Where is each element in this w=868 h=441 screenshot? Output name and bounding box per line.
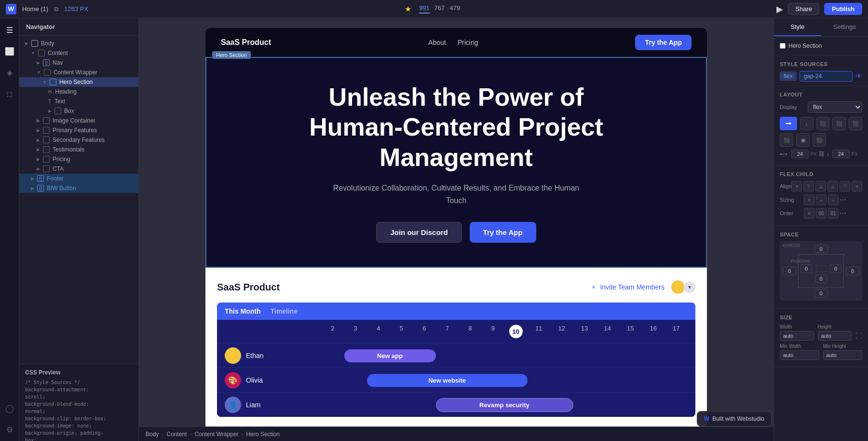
- tab-settings[interactable]: Settings: [821, 18, 868, 36]
- settings-icon[interactable]: ⚙: [3, 423, 16, 436]
- min-width-input[interactable]: [780, 350, 819, 360]
- tab-style[interactable]: Style: [774, 18, 821, 36]
- built-with-badge[interactable]: W Built with Webstudio: [697, 411, 772, 427]
- flex-justify-center[interactable]: ▣: [796, 133, 810, 147]
- site-nav-about[interactable]: About: [428, 39, 446, 46]
- duplicate-icon[interactable]: ⧉: [54, 5, 58, 13]
- height-input[interactable]: [818, 331, 852, 341]
- order-more-btn[interactable]: ⋯: [839, 209, 847, 217]
- task-bar-olivia[interactable]: New website: [367, 374, 528, 387]
- sizing-btn-shrink[interactable]: ↔: [828, 194, 839, 205]
- align-btn-baseline[interactable]: +: [852, 181, 862, 192]
- task-bar-ethan[interactable]: New app: [344, 349, 436, 362]
- timeline-tab-month[interactable]: This Month: [225, 307, 261, 315]
- components-icon[interactable]: ◈: [3, 66, 16, 79]
- breakpoint-767[interactable]: 767: [434, 4, 445, 14]
- size-expand-icon[interactable]: ⛶: [855, 332, 862, 340]
- date-16: 16: [642, 325, 665, 338]
- min-height-label: Min Height: [823, 344, 863, 349]
- style-tag-flex[interactable]: flex: [780, 71, 797, 81]
- min-height-col: Min Height: [823, 344, 863, 360]
- breakpoint-991[interactable]: 991: [419, 4, 430, 14]
- nav-item-box[interactable]: ▶ Box: [19, 106, 138, 116]
- site-nav-pricing[interactable]: Pricing: [458, 39, 478, 46]
- canvas-scroll[interactable]: SaaS Product About Pricing Try the App H…: [139, 18, 773, 427]
- sizing-btn-x[interactable]: ×: [804, 194, 814, 205]
- flex-btn-align-end[interactable]: ⬛: [849, 117, 862, 130]
- margin-bottom-input[interactable]: [814, 289, 828, 298]
- padding-right-input[interactable]: [830, 264, 841, 273]
- min-height-input[interactable]: [823, 350, 863, 360]
- nav-item-footer[interactable]: ▶ {} Footer: [19, 174, 138, 183]
- task-bar-liam[interactable]: Revamp security: [436, 398, 573, 412]
- padding-left-input[interactable]: [800, 264, 812, 273]
- nav-item-pricing[interactable]: ▶ Pricing: [19, 154, 138, 164]
- margin-top-input[interactable]: [814, 245, 828, 253]
- site-nav-cta-button[interactable]: Try the App: [635, 35, 692, 50]
- width-input[interactable]: [780, 331, 814, 341]
- flex-btn-align-center[interactable]: ⬛: [832, 117, 846, 130]
- flex-justify-start[interactable]: ⬛: [780, 133, 793, 147]
- nav-item-primary-features[interactable]: ▶ Primary Features: [19, 125, 138, 135]
- flex-btn-align-start[interactable]: ⬛: [816, 117, 830, 130]
- publish-button[interactable]: Publish: [824, 3, 862, 15]
- gap-icon: ⟷: [780, 151, 787, 157]
- breakpoint-479[interactable]: 479: [450, 4, 461, 14]
- star-icon[interactable]: ★: [405, 4, 411, 14]
- gap-link-icon[interactable]: ⛓: [819, 151, 825, 157]
- nav-item-content[interactable]: ▼ Content: [19, 48, 138, 58]
- order-btn-1[interactable]: 00: [816, 208, 827, 219]
- height-col: Height: [818, 324, 852, 341]
- margin-right-input[interactable]: [846, 267, 859, 276]
- avatar-dropdown[interactable]: ▾: [684, 281, 695, 293]
- nav-item-content-wrapper[interactable]: ▼ Content Wrapper: [19, 68, 138, 77]
- timeline-tab-timeline[interactable]: Timeline: [271, 307, 298, 315]
- sizing-btn-grow[interactable]: ↔: [816, 194, 827, 205]
- nav-item-hero-section[interactable]: ▼ Hero Section: [19, 77, 138, 87]
- person-ethan: ⚡ Ethan: [225, 347, 321, 364]
- style-tag-gap[interactable]: gap-24: [800, 71, 853, 82]
- margin-left-input[interactable]: [783, 267, 796, 276]
- align-btn-x[interactable]: ×: [791, 181, 802, 192]
- nav-item-nav[interactable]: ▶ {} Nav: [19, 58, 138, 68]
- hero-section-checkbox[interactable]: [780, 43, 786, 49]
- order-btn-2[interactable]: 01: [828, 208, 839, 219]
- try-app-button[interactable]: Try the App: [470, 222, 536, 243]
- nav-item-biw-button[interactable]: ▶ {} BIW Button: [19, 183, 138, 193]
- flex-btn-col[interactable]: ↓: [800, 117, 814, 130]
- breadcrumb-content[interactable]: Content: [166, 431, 187, 438]
- invite-button[interactable]: ＋ Invite Team Members: [590, 283, 665, 291]
- preview-button[interactable]: ▶: [776, 4, 783, 14]
- nav-item-secondary-features[interactable]: ▶ Secondary Features: [19, 135, 138, 145]
- home-tab[interactable]: Home (1): [22, 5, 48, 13]
- eye-icon[interactable]: 👁: [855, 72, 862, 80]
- hero-section-label: Hero Section: [212, 51, 251, 59]
- flex-justify-end[interactable]: ⬛: [813, 133, 826, 147]
- breadcrumb-content-wrapper[interactable]: Content Wrapper: [194, 431, 238, 438]
- align-btn-start[interactable]: ⊤: [803, 181, 814, 192]
- breadcrumb-hero-section[interactable]: Hero Section: [246, 431, 280, 438]
- sizing-more-btn[interactable]: ⋯: [839, 196, 847, 204]
- flex-btn-row[interactable]: [780, 117, 797, 130]
- plugins-icon[interactable]: ◯: [3, 401, 16, 415]
- gap-x-input[interactable]: [791, 150, 809, 158]
- align-btn-center[interactable]: ⊥: [815, 181, 826, 192]
- align-btn-stretch[interactable]: ⊤: [840, 181, 850, 192]
- nav-item-text[interactable]: T Text: [19, 96, 138, 106]
- nav-item-cta[interactable]: ▶ CTA: [19, 164, 138, 174]
- padding-bottom-input[interactable]: [815, 275, 827, 283]
- display-select[interactable]: flex: [808, 101, 862, 113]
- navigator-icon[interactable]: ☰: [3, 23, 16, 37]
- pages-icon[interactable]: ⬜: [3, 44, 16, 58]
- share-button[interactable]: Share: [788, 3, 819, 15]
- nav-item-heading[interactable]: H Heading: [19, 87, 138, 96]
- gap-y-input[interactable]: [832, 150, 850, 158]
- align-btn-end[interactable]: ⊥: [827, 181, 838, 192]
- nav-item-body[interactable]: ▶ Body: [19, 39, 138, 48]
- nav-item-testimonials[interactable]: ▶ Testimonials: [19, 145, 138, 154]
- nav-item-image-container[interactable]: ▶ Image Container: [19, 116, 138, 125]
- breadcrumb-body[interactable]: Body: [146, 431, 159, 438]
- assets-icon[interactable]: ◻: [3, 87, 16, 100]
- discord-button[interactable]: Join our Discord: [376, 222, 461, 243]
- order-btn-x[interactable]: ×: [804, 208, 814, 219]
